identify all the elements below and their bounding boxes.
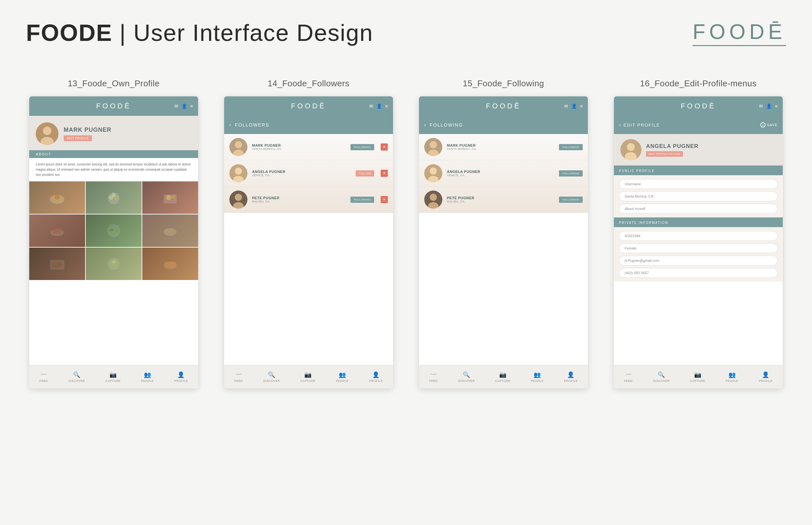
- screen2-label: 14_Foode_Followers: [267, 78, 349, 89]
- mail-icon-2[interactable]: ✉: [369, 104, 373, 109]
- nav4-profile[interactable]: 👤 PROFILE: [759, 371, 772, 382]
- remove-button-3[interactable]: ✕: [381, 196, 388, 203]
- nav-feed[interactable]: 〰 FEED: [40, 372, 48, 382]
- location-field[interactable]: Santa Monica, CA: [619, 192, 778, 201]
- following-item-1: MARK PUGNER SANTA MONICA, CA. FOLLOWING: [419, 134, 588, 160]
- phone1-logo: FOODĒ: [96, 102, 131, 110]
- profile-icon-3: 👤: [567, 371, 574, 378]
- nav-discover[interactable]: 🔍 DISCOVER: [69, 371, 85, 382]
- following-info-1: MARK PUGNER SANTA MONICA, CA.: [447, 144, 554, 151]
- screen3-wrapper: 15_Foode_Following FOODĒ ✉ 👤 ≡ ‹ FOLLOWI…: [419, 78, 588, 388]
- back-button-3[interactable]: ‹: [424, 122, 426, 128]
- following-header: ‹ FOLLOWING: [419, 116, 588, 134]
- discover-icon-2: 🔍: [268, 371, 275, 378]
- follower-item-2: ANGELA PUGNER VENICE, CA. FOLLOW ✕: [224, 160, 393, 186]
- menu-icon-3[interactable]: ≡: [580, 104, 583, 109]
- edit-profile-button[interactable]: EDIT PROFILE: [64, 135, 92, 141]
- nav2-profile[interactable]: 👤 PROFILE: [369, 371, 382, 382]
- feed-icon: 〰: [41, 372, 47, 378]
- mail-icon[interactable]: ✉: [174, 104, 178, 109]
- following-status-1[interactable]: FOLLOWING: [559, 144, 583, 150]
- follower-item-3: PETE PUGNER MALIBU, CA. FOLLOWING ✕: [224, 186, 393, 213]
- people-icon: 👥: [144, 371, 151, 378]
- username-field[interactable]: Username: [619, 179, 778, 189]
- photo-cell-8[interactable]: [86, 247, 142, 280]
- person-icon-4[interactable]: 👤: [766, 104, 772, 109]
- following-status-3[interactable]: FOLLOWING: [559, 197, 583, 203]
- following-button-1[interactable]: FOLLOWING: [350, 144, 374, 150]
- nav3-people[interactable]: 👥 PEOPLE: [531, 371, 543, 382]
- profile-header-section: MARK PUGNER EDIT PROFILE: [29, 116, 198, 150]
- nav3-capture[interactable]: 📷 CAPTURE: [495, 371, 511, 382]
- following-avatar-1: [424, 138, 443, 156]
- nav3-discover[interactable]: 🔍 DISCOVER: [458, 371, 475, 382]
- photo-cell-5[interactable]: [86, 214, 142, 247]
- screen1-label: 13_Foode_Own_Profile: [68, 78, 159, 89]
- photo-cell-1[interactable]: [29, 181, 85, 214]
- nav4-people[interactable]: 👥 PEOPLE: [726, 371, 738, 382]
- photo-cell-9[interactable]: [142, 247, 198, 280]
- photo-cell-3[interactable]: [142, 181, 198, 214]
- nav4-profile-label: PROFILE: [759, 379, 772, 382]
- person-icon-2[interactable]: 👤: [376, 104, 382, 109]
- photo-cell-2[interactable]: [86, 181, 142, 214]
- person-icon-3[interactable]: 👤: [571, 104, 577, 109]
- follow-button-2[interactable]: FOLLOW: [356, 170, 374, 177]
- nav3-capture-label: CAPTURE: [495, 379, 511, 382]
- nav-capture[interactable]: 📷 CAPTURE: [105, 371, 121, 382]
- menu-icon-4[interactable]: ≡: [775, 104, 778, 109]
- menu-icon-2[interactable]: ≡: [385, 104, 388, 109]
- nav4-feed[interactable]: 〰 FEED: [624, 372, 633, 382]
- phone3-header-icons: ✉ 👤 ≡: [564, 104, 583, 109]
- nav2-capture[interactable]: 📷 CAPTURE: [301, 371, 316, 382]
- discover-icon-3: 🔍: [463, 371, 470, 378]
- following-status-2[interactable]: FOLLOWING: [559, 170, 583, 177]
- svg-point-12: [172, 195, 175, 199]
- following-location-3: MALIBU, CA.: [447, 200, 554, 203]
- gender-field[interactable]: Female: [619, 243, 778, 253]
- photo-cell-4[interactable]: [29, 214, 85, 247]
- private-info-title: PRIVATE INFORMATION: [619, 221, 668, 225]
- edit-profile-header: ‹ EDIT PROFILE ✓ SAVE: [614, 116, 783, 134]
- menu-icon[interactable]: ≡: [190, 104, 193, 109]
- followers-title: FOLLOWERS: [235, 122, 269, 127]
- nav-discover-label: DISCOVER: [69, 379, 85, 382]
- edit-profile-picture-button[interactable]: EDIT PROFILE PICTURE: [646, 151, 683, 157]
- nav4-capture[interactable]: 📷 CAPTURE: [690, 371, 706, 382]
- nav3-feed[interactable]: 〰 FEED: [430, 372, 438, 382]
- remove-button-2[interactable]: ✕: [381, 170, 388, 177]
- private-form-fields: 4/20/1984 Female A.Pugner@gmail.com (402…: [614, 227, 783, 282]
- nav-profile[interactable]: 👤 PROFILE: [174, 371, 188, 382]
- follower-avatar-1: [229, 138, 247, 156]
- back-button-4[interactable]: ‹: [619, 122, 621, 128]
- capture-icon-4: 📷: [694, 371, 701, 378]
- phone-field[interactable]: (402) 583 5657: [619, 268, 778, 278]
- following-avatar-3: [424, 191, 443, 209]
- save-button[interactable]: ✓ SAVE: [760, 122, 778, 127]
- page-header: FOODE | User Interface Design FOODĒ: [0, 0, 812, 59]
- photo-cell-6[interactable]: [142, 214, 198, 247]
- about-section: ABOUT: [29, 150, 198, 158]
- nav2-people[interactable]: 👥 PEOPLE: [336, 371, 348, 382]
- nav4-discover[interactable]: 🔍 DISCOVER: [653, 371, 670, 382]
- mail-icon-4[interactable]: ✉: [759, 104, 763, 109]
- remove-button-1[interactable]: ✕: [381, 144, 388, 151]
- remove-icon-1: ✕: [382, 145, 386, 149]
- mail-icon-3[interactable]: ✉: [564, 104, 568, 109]
- dob-field[interactable]: 4/20/1984: [619, 231, 778, 241]
- capture-icon-2: 📷: [304, 371, 311, 378]
- person-icon[interactable]: 👤: [182, 104, 187, 109]
- about-field[interactable]: About myself: [619, 204, 778, 213]
- nav3-profile[interactable]: 👤 PROFILE: [564, 371, 578, 382]
- nav2-discover[interactable]: 🔍 DISCOVER: [263, 371, 280, 382]
- feed-icon-4: 〰: [626, 372, 632, 378]
- nav2-feed[interactable]: 〰 FEED: [234, 372, 243, 382]
- svg-rect-14: [52, 228, 62, 234]
- following-button-3[interactable]: FOLLOWING: [350, 197, 374, 203]
- nav-people[interactable]: 👥 PEOPLE: [141, 371, 154, 382]
- nav-capture-label: CAPTURE: [105, 379, 121, 382]
- photo-cell-7[interactable]: [29, 247, 85, 280]
- back-button-2[interactable]: ‹: [229, 122, 231, 128]
- following-info-2: ANGELA PUGNER VENICE, CA.: [447, 170, 554, 177]
- email-field[interactable]: A.Pugner@gmail.com: [619, 256, 778, 266]
